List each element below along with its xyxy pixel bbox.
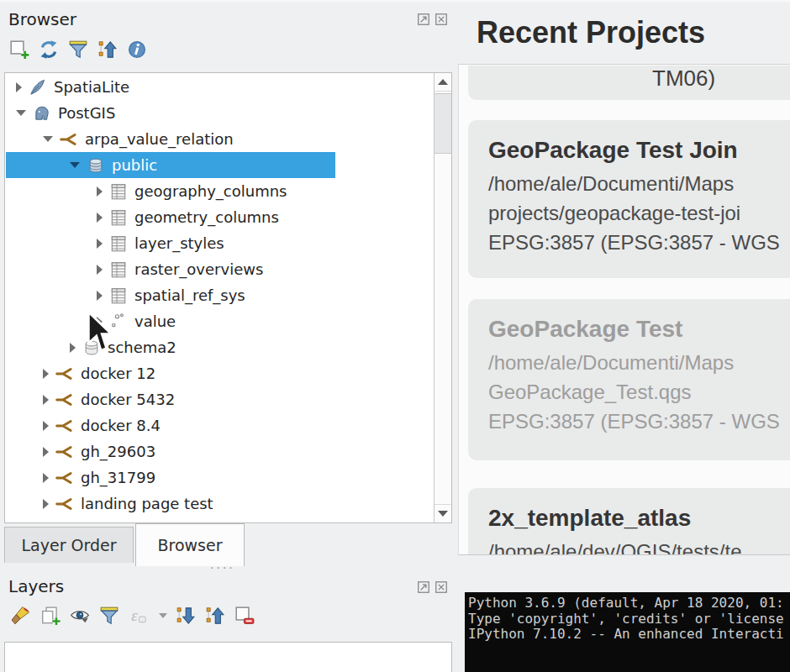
- epsilon-icon: [129, 606, 149, 626]
- layers-float-button[interactable]: [418, 580, 429, 592]
- refresh-button[interactable]: [38, 39, 60, 60]
- console-line: IPython 7.10.2 -- An enhanced Interacti: [468, 627, 790, 643]
- tree-item-spatialite[interactable]: SpatiaLite: [6, 74, 335, 100]
- expand-arrow-icon[interactable]: [16, 82, 22, 92]
- scrollbar-thumb[interactable]: [434, 93, 451, 154]
- console-line: Type 'copyright', 'credits' or 'license: [468, 612, 790, 627]
- filter-legend-button[interactable]: [98, 605, 120, 627]
- browser-float-button[interactable]: [418, 13, 429, 24]
- project-path-line: GeoPackage_Test.qgs: [488, 377, 790, 407]
- project-crs-tail: TM06): [652, 66, 715, 92]
- tree-item-landing-page-test[interactable]: landing page test: [6, 491, 335, 517]
- expand-arrow-icon[interactable]: [97, 186, 103, 197]
- db-connection-icon: [55, 443, 74, 461]
- tree-item-docker-8-4[interactable]: docker 8.4: [6, 412, 335, 438]
- properties-widget-button[interactable]: [126, 39, 148, 60]
- browser-close-button[interactable]: [435, 13, 447, 24]
- scrollbar-up-button[interactable]: [434, 73, 451, 92]
- collapse-all-button[interactable]: [204, 605, 226, 627]
- filter-by-expression-button[interactable]: [128, 605, 150, 627]
- expand-arrow-icon[interactable]: [43, 447, 49, 457]
- recent-projects-list: TM06) GeoPackage Test Join /home/ale/Doc…: [458, 64, 790, 555]
- tree-item-gh-31799[interactable]: gh_31799: [6, 465, 335, 491]
- project-path-line: /home/ale/dev/QGIS/tests/te: [488, 537, 790, 555]
- expand-arrow-icon[interactable]: [97, 265, 103, 275]
- tree-item-arpa-value-relation[interactable]: arpa_value_relation: [6, 126, 335, 152]
- tree-item-postgis[interactable]: PostGIS: [6, 100, 335, 126]
- scroll-down-icon: [438, 511, 448, 517]
- expand-arrow-icon[interactable]: [43, 369, 49, 379]
- db-connection-icon: [55, 417, 74, 435]
- add-group-button[interactable]: [40, 605, 61, 627]
- filter-browser-button[interactable]: [67, 39, 89, 60]
- spatialite-feather-icon: [29, 78, 47, 97]
- project-path-line: projects/geopackage-test-joi: [488, 198, 790, 228]
- tree-item-value[interactable]: value: [6, 308, 335, 334]
- browser-panel-title: Browser: [8, 9, 76, 29]
- tab-browser[interactable]: Browser: [135, 523, 245, 566]
- tree-item-geometry-columns[interactable]: geometry_columns: [6, 204, 335, 230]
- db-connection-icon: [55, 365, 74, 383]
- expand-arrow-icon[interactable]: [16, 110, 26, 116]
- layers-list[interactable]: [4, 642, 452, 672]
- tree-item-docker-12[interactable]: docker 12: [6, 360, 335, 386]
- project-path-line: /home/ale/Documenti/Maps: [488, 348, 790, 377]
- layers-close-button[interactable]: [435, 580, 447, 592]
- expand-arrow-icon[interactable]: [97, 213, 103, 223]
- expand-arrow-icon[interactable]: [70, 343, 76, 353]
- info-icon: [127, 39, 147, 60]
- manage-map-themes-button[interactable]: [69, 605, 91, 627]
- expand-arrow-icon[interactable]: [97, 239, 103, 249]
- db-connection-icon: [55, 469, 74, 487]
- paintbrush-icon: [11, 606, 31, 626]
- db-connection-icon: [60, 130, 78, 149]
- recent-project-card-geopackage-test-join[interactable]: GeoPackage Test Join /home/ale/Documenti…: [468, 120, 790, 278]
- collapse-all-button[interactable]: [97, 39, 118, 60]
- add-selected-layers-button[interactable]: [8, 39, 30, 60]
- expand-arrow-icon[interactable]: [43, 421, 49, 431]
- point-layer-icon: [109, 312, 128, 331]
- eye-icon: [70, 606, 90, 626]
- recent-projects-title: Recent Projects: [477, 15, 705, 50]
- project-title: 2x_template_atlas: [488, 505, 790, 532]
- float-icon: [418, 13, 429, 25]
- tree-item-public[interactable]: public: [6, 152, 335, 178]
- recent-project-card-partial[interactable]: TM06): [468, 66, 790, 100]
- tree-item-gh-29603[interactable]: gh_29603: [6, 438, 335, 465]
- tree-item-docker-5432[interactable]: docker 5432: [6, 386, 335, 412]
- expand-arrow-icon[interactable]: [97, 291, 103, 301]
- tree-item-layer-styles[interactable]: layer_styles: [6, 230, 335, 256]
- expand-arrow-icon[interactable]: [43, 136, 53, 142]
- chevron-down-icon[interactable]: [159, 613, 167, 618]
- python-console[interactable]: Python 3.6.9 (default, Apr 18 2020, 01: …: [465, 592, 790, 672]
- project-path-line: /home/ale/Documenti/Maps: [488, 169, 790, 198]
- tree-item-spatial-ref-sys[interactable]: spatial_ref_sys: [6, 282, 335, 308]
- tree-item-raster-overviews[interactable]: raster_overviews: [6, 256, 335, 282]
- tree-item-schema2[interactable]: schema2: [6, 334, 335, 360]
- expand-arrow-icon[interactable]: [70, 162, 80, 168]
- expand-arrow-icon[interactable]: [43, 395, 49, 405]
- db-connection-icon: [55, 391, 74, 409]
- expand-all-button[interactable]: [175, 605, 197, 627]
- close-icon: [435, 13, 447, 25]
- tree-item-geography-columns[interactable]: geography_columns: [6, 178, 335, 204]
- recent-project-card-geopackage-test[interactable]: GeoPackage Test /home/ale/Documenti/Maps…: [468, 299, 790, 460]
- expand-arrow-icon[interactable]: [43, 473, 49, 483]
- float-icon: [418, 581, 429, 593]
- qgis-window: Browser SpatiaLite PostGIS arpa_value_re…: [0, 0, 790, 672]
- expand-arrow-icon[interactable]: [43, 499, 49, 509]
- tab-layer-order[interactable]: Layer Order: [4, 527, 134, 563]
- splitter-handle[interactable]: ····: [210, 561, 235, 575]
- browser-tree-rows: SpatiaLite PostGIS arpa_value_relation p…: [6, 74, 335, 517]
- layers-toolbar: [10, 605, 255, 627]
- layers-panel-title: Layers: [8, 576, 64, 596]
- expand-arrow-icon[interactable]: [97, 317, 103, 327]
- scrollbar-down-button[interactable]: [434, 504, 451, 522]
- tree-scrollbar[interactable]: [434, 73, 451, 522]
- remove-layer-button[interactable]: [234, 605, 255, 627]
- recent-project-card-2x-template-atlas[interactable]: 2x_template_atlas /home/ale/dev/QGIS/tes…: [468, 488, 790, 555]
- project-crs-line: EPSG:3857 (EPSG:3857 - WGS: [488, 407, 790, 436]
- table-icon: [109, 260, 128, 279]
- project-crs-line: EPSG:3857 (EPSG:3857 - WGS: [488, 228, 790, 257]
- open-layer-styling-button[interactable]: [10, 605, 32, 627]
